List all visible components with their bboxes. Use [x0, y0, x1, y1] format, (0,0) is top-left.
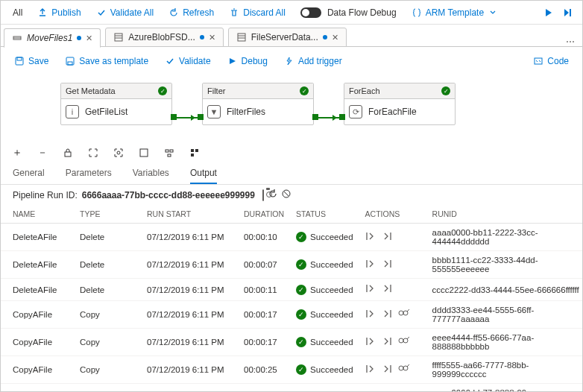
- svg-rect-21: [195, 149, 198, 152]
- cell-start: 07/12/2019 6:11 PM: [135, 329, 232, 356]
- save-template-icon: [65, 56, 75, 66]
- dataset-icon: [113, 32, 124, 42]
- output-icon[interactable]: [382, 309, 392, 321]
- more-tabs-button[interactable]: ⋯: [566, 37, 576, 47]
- arm-template-button[interactable]: ARM Template: [406, 4, 504, 21]
- layout-icon[interactable]: [189, 147, 201, 159]
- lock-icon[interactable]: [62, 147, 74, 159]
- svg-point-28: [399, 338, 403, 343]
- column-actions[interactable]: ACTIONS: [353, 205, 420, 224]
- svg-rect-16: [140, 149, 148, 157]
- activity-filterfiles[interactable]: Filter✓▼FilterFiles: [202, 83, 314, 125]
- activity-getfilelist[interactable]: Get Metadata✓iGetFileList: [60, 83, 172, 125]
- validate-label: Validate: [179, 56, 210, 66]
- column-name[interactable]: NAME: [1, 205, 68, 224]
- tab-azureblobfsd...[interactable]: AzureBlobFSD...✕: [105, 28, 223, 47]
- discard-all-button[interactable]: Discard All: [223, 4, 292, 21]
- input-icon[interactable]: [365, 309, 376, 321]
- column-duration[interactable]: DURATION: [232, 205, 284, 224]
- cell-name: DeleteAFile: [1, 279, 68, 301]
- code-icon: [533, 56, 543, 66]
- glasses-icon[interactable]: [398, 364, 410, 376]
- activity-icon: ⟳: [349, 105, 362, 118]
- subtab-general[interactable]: General: [13, 168, 45, 184]
- run-button[interactable]: [541, 4, 557, 21]
- cell-runid: cccc2222-dd33-4444-55ee-666666ffffff: [420, 279, 582, 301]
- svg-rect-20: [191, 149, 194, 152]
- cell-start: 07/12/2019 6:11 PM: [135, 279, 232, 301]
- refresh-button[interactable]: Refresh: [163, 4, 220, 21]
- tab-label: FileServerData...: [251, 32, 318, 42]
- glasses-icon[interactable]: [398, 336, 410, 349]
- activity-type-label: Filter: [207, 86, 225, 95]
- input-icon[interactable]: [365, 259, 376, 271]
- column-runid[interactable]: RUNID: [420, 205, 582, 224]
- code-button[interactable]: Code: [527, 53, 575, 69]
- column-run start[interactable]: RUN START: [135, 205, 232, 224]
- close-tab-icon[interactable]: ✕: [86, 34, 92, 43]
- table-row[interactable]: DeleteAFileDelete07/12/2019 6:11 PM00:00…: [1, 224, 582, 251]
- tab-fileserverdata...[interactable]: FileServerData...✕: [228, 28, 347, 47]
- column-type[interactable]: TYPE: [68, 205, 135, 224]
- output-icon[interactable]: [382, 336, 392, 349]
- table-row[interactable]: DeleteAFileDelete07/12/2019 6:11 PM00:00…: [1, 279, 582, 301]
- add-trigger-button[interactable]: Add trigger: [278, 53, 348, 69]
- cell-runid: aaaa0000-bb11-2222-33cc-444444dddddd: [420, 224, 582, 251]
- output-icon[interactable]: [382, 283, 392, 296]
- all-button[interactable]: All: [7, 4, 28, 21]
- validate-all-button[interactable]: Validate All: [90, 4, 160, 21]
- debug-button[interactable]: Debug: [221, 53, 274, 69]
- publish-icon: [37, 7, 48, 18]
- output-icon[interactable]: [382, 259, 392, 271]
- save-button[interactable]: Save: [8, 53, 54, 69]
- publish-button[interactable]: Publish: [31, 4, 86, 21]
- input-icon[interactable]: [365, 364, 376, 376]
- data-flow-debug-toggle[interactable]: Data Flow Debug: [294, 4, 403, 21]
- close-tab-icon[interactable]: ✕: [332, 33, 338, 42]
- save-as-template-button[interactable]: Save as template: [59, 53, 154, 69]
- fit-icon[interactable]: [87, 147, 99, 159]
- input-icon[interactable]: [365, 336, 376, 349]
- cell-type: Copy: [68, 301, 135, 329]
- tab-movefiles1[interactable]: MoveFiles1✕: [4, 28, 101, 48]
- reset-zoom-icon[interactable]: [138, 147, 150, 159]
- output-icon[interactable]: [382, 231, 392, 244]
- restart-button[interactable]: [560, 4, 576, 21]
- column-status[interactable]: STATUS: [284, 205, 353, 224]
- cell-start: 07/12/2019 6:10 PM: [135, 384, 232, 393]
- align-icon[interactable]: [163, 147, 175, 159]
- arm-template-label: ARM Template: [426, 7, 484, 18]
- table-row[interactable]: DeleteAFileDelete07/12/2019 6:11 PM00:00…: [1, 251, 582, 279]
- cell-type: Delete: [68, 251, 135, 279]
- cancel-run-icon[interactable]: [282, 189, 291, 200]
- glasses-icon[interactable]: [398, 309, 410, 321]
- svg-rect-22: [191, 154, 194, 157]
- subtab-parameters[interactable]: Parameters: [66, 168, 112, 184]
- add-activity-button[interactable]: ＋: [11, 147, 23, 159]
- screenshot-icon[interactable]: [262, 190, 264, 200]
- input-icon[interactable]: [365, 231, 376, 244]
- success-icon: ✓: [300, 86, 309, 95]
- table-row[interactable]: CopyAFileCopy07/12/2019 6:11 PM00:00:25✓…: [1, 356, 582, 384]
- cell-runid: eeee4444-ff55-6666-77aa-888888bbbbbb: [420, 329, 582, 356]
- subtab-variables[interactable]: Variables: [133, 168, 169, 184]
- bottom-panel-tabs: GeneralParametersVariablesOutput: [1, 163, 582, 185]
- table-row[interactable]: ForEachFileForEach07/12/2019 6:10 PM00:0…: [1, 384, 582, 393]
- cell-name: CopyAFile: [1, 356, 68, 384]
- subtab-output[interactable]: Output: [190, 168, 217, 184]
- input-icon[interactable]: [365, 283, 376, 296]
- validate-button[interactable]: Validate: [159, 53, 216, 69]
- cell-actions: [353, 251, 420, 279]
- close-tab-icon[interactable]: ✕: [209, 33, 215, 42]
- cell-duration: 00:00:11: [232, 279, 284, 301]
- tab-label: AzureBlobFSD...: [128, 32, 195, 42]
- remove-activity-button[interactable]: －: [37, 147, 48, 159]
- output-icon[interactable]: [382, 364, 392, 376]
- cell-duration: 00:00:17: [232, 329, 284, 356]
- pipeline-canvas[interactable]: Get Metadata✓iGetFileListFilter✓▼FilterF…: [1, 75, 582, 142]
- table-row[interactable]: CopyAFileCopy07/12/2019 6:11 PM00:00:17✓…: [1, 329, 582, 356]
- activity-foreachfile[interactable]: ForEach✓⟳ForEachFile: [344, 83, 456, 125]
- table-row[interactable]: CopyAFileCopy07/12/2019 6:11 PM00:00:17✓…: [1, 301, 582, 329]
- zoom-fit-icon[interactable]: [113, 147, 125, 159]
- toggle-off-icon: [300, 7, 321, 18]
